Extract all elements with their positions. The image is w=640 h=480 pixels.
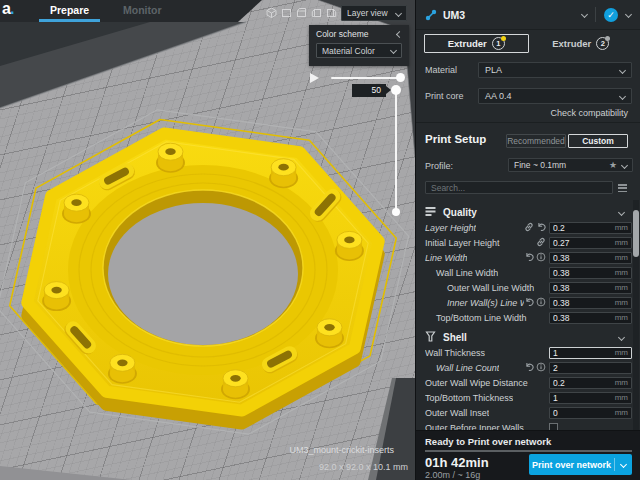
info-icon[interactable] [536,252,546,264]
chevron-down-icon[interactable] [625,11,632,18]
divider [614,458,615,471]
layer-slider-track[interactable] [395,90,397,212]
print-button-label: Print over network [529,460,614,470]
setting-input[interactable] [553,363,628,373]
undo-icon[interactable] [536,222,546,234]
layer-slider-handle-top[interactable] [391,85,401,95]
settings-list: QualityLayer HeightmmInitial Layer Heigh… [416,200,632,430]
model-filename: UM3_mount-crickit-inserts [289,445,394,455]
layer-number-badge: 50 [352,84,386,97]
model-3d[interactable] [0,0,415,480]
setting-value-box: mm [549,282,632,294]
view-front-icon[interactable] [281,7,292,18]
link-icon[interactable] [524,222,534,234]
setting-input[interactable] [553,283,615,293]
profile-value: Fine ~ 0.1mm [514,160,566,170]
info-icon[interactable] [536,362,546,374]
setting-checkbox[interactable] [549,423,558,430]
setting-input[interactable] [553,253,615,263]
chevron-down-icon[interactable] [620,461,627,468]
section-header-quality[interactable]: Quality [416,200,632,220]
print-over-network-button[interactable]: Print over network [529,454,632,475]
view-3d-icon[interactable] [266,7,277,18]
setting-unit: mm [615,253,628,262]
machine-header[interactable]: UM3 ✓ [416,0,640,30]
setting-label: Top/Bottom Line Width [425,313,527,323]
cura-window: a. Prepare Monitor Layer view Color sche… [0,0,640,480]
info-icon[interactable] [536,297,546,309]
play-icon[interactable] [310,73,319,83]
setting-input[interactable] [553,223,615,233]
tab-prepare[interactable]: Prepare [50,4,89,16]
setting-value-box [549,362,632,374]
setting-row: Top/Bottom Thicknessmm [416,390,632,405]
chevron-down-icon [390,47,397,54]
setting-input[interactable] [553,408,615,418]
profile-dropdown[interactable]: Fine ~ 0.1mm ★ [508,158,633,172]
print-core-dropdown[interactable]: AA 0.4 [478,88,632,104]
material-dropdown[interactable]: PLA [478,62,632,78]
progress-divider [425,450,632,452]
tab-extruder-2[interactable]: Extruder 2 [529,34,634,53]
top-bar: a. Prepare Monitor Layer view [0,0,415,22]
setting-row: Layer Heightmm [416,220,632,235]
setting-input[interactable] [553,393,615,403]
undo-icon[interactable] [524,297,534,309]
chevron-down-icon [619,66,626,73]
view-right-icon[interactable] [326,7,337,18]
mode-custom-button[interactable]: Custom [568,134,628,148]
view-left-icon[interactable] [311,7,322,18]
material-value: PLA [485,65,502,75]
cura-logo: a. [2,0,13,18]
setting-value-box: mm [549,267,632,279]
setting-row: Outer Before Inner Walls [416,420,632,430]
chevron-down-icon [395,9,402,16]
shell-icon [425,331,436,344]
section-header-shell[interactable]: Shell [416,325,632,345]
setting-unit: mm [615,408,628,417]
setting-row: Wall Line Widthmm [416,265,632,280]
setting-label: Wall Thickness [425,348,485,358]
tab-monitor[interactable]: Monitor [123,4,162,16]
material-label: Material [425,65,478,75]
star-icon[interactable]: ★ [609,160,617,170]
color-scheme-dropdown[interactable]: Material Color [316,43,402,58]
layer-scrub-track[interactable] [331,77,403,79]
setting-row: Outer Wall Insetmm [416,405,632,420]
setting-input[interactable] [553,238,615,248]
chevron-down-icon[interactable] [581,11,588,18]
setting-label: Outer Wall Inset [425,408,489,418]
layer-scrub-handle[interactable] [396,73,405,82]
setting-unit: mm [615,223,628,232]
setting-input[interactable] [553,298,615,308]
setting-input[interactable] [553,348,615,358]
setting-input[interactable] [553,313,615,323]
collapse-icon[interactable] [396,30,403,37]
check-compatibility-link[interactable]: Check compatibility [550,108,628,118]
setting-label: Top/Bottom Thickness [425,393,513,403]
filter-icon[interactable] [618,184,627,192]
tab-prepare-underline [39,19,100,22]
undo-icon[interactable] [524,362,534,374]
view-top-icon[interactable] [296,7,307,18]
link-icon[interactable] [536,237,546,249]
setting-label: Wall Line Count [425,363,499,373]
layer-slider-handle-bottom[interactable] [392,208,400,216]
material-usage: 2.00m / ~ 16g [425,470,480,480]
setting-input[interactable] [553,378,615,388]
setting-input[interactable] [553,268,615,278]
section-title: Quality [443,207,477,218]
mode-recommended-button[interactable]: Recommended [506,134,566,148]
extruder-number-badge: 1 [492,37,505,50]
setting-label: Outer Before Inner Walls [425,423,524,431]
scrollbar-track[interactable] [633,200,639,430]
setting-unit: mm [615,268,628,277]
status-text: Ready to Print over network [425,436,551,447]
undo-icon[interactable] [524,252,534,264]
view-mode-dropdown[interactable]: Layer view [341,5,407,21]
setting-unit: mm [615,393,628,402]
search-input[interactable] [425,181,613,194]
tab-extruder-1[interactable]: Extruder 1 [424,34,529,53]
viewport-3d[interactable]: a. Prepare Monitor Layer view Color sche… [0,0,415,480]
scrollbar-thumb[interactable] [633,210,639,257]
